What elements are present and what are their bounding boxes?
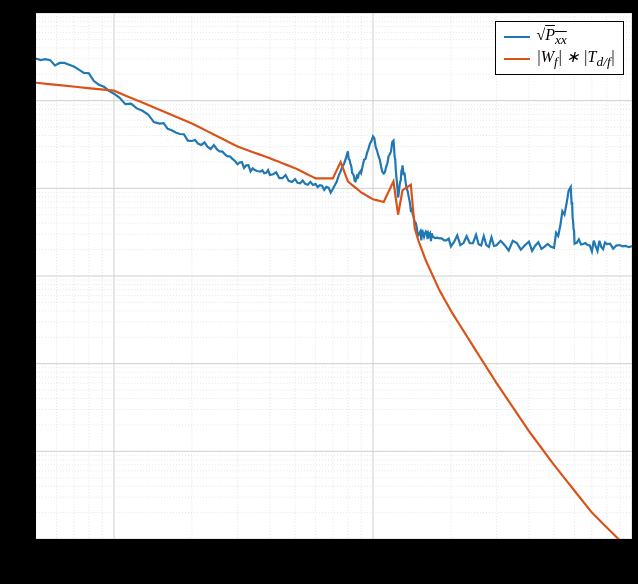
legend-swatch-orange <box>504 58 530 61</box>
chart-svg <box>36 13 632 539</box>
legend-label: √Pxx <box>536 26 566 48</box>
legend-item: |Wf| ∗ |Td/f| <box>504 48 615 70</box>
legend: √Pxx |Wf| ∗ |Td/f| <box>495 21 624 75</box>
legend-label: |Wf| ∗ |Td/f| <box>536 47 615 70</box>
legend-item: √Pxx <box>504 26 615 48</box>
line-series-pxx <box>36 58 632 251</box>
legend-swatch-blue <box>504 36 530 39</box>
plot-area: √Pxx |Wf| ∗ |Td/f| <box>34 11 634 541</box>
